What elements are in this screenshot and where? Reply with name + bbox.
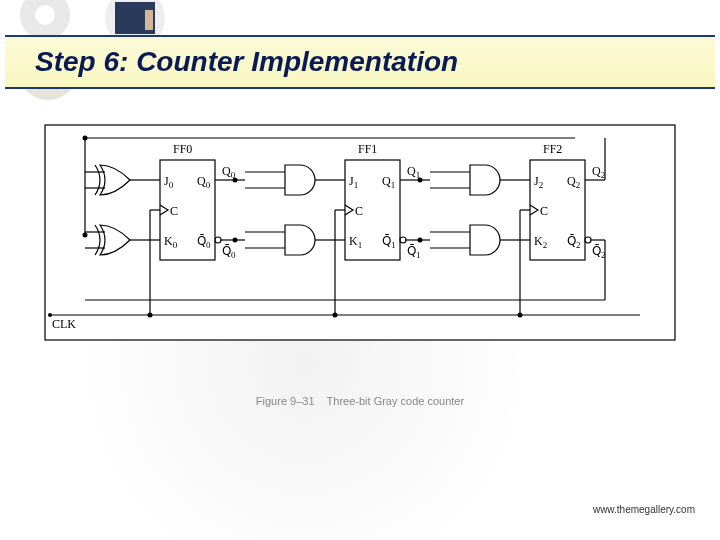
svg-text:FF0: FF0 xyxy=(173,142,192,156)
svg-point-1 xyxy=(35,5,55,25)
svg-text:C: C xyxy=(170,204,178,218)
svg-rect-6 xyxy=(145,10,153,30)
svg-point-14 xyxy=(83,233,88,238)
svg-point-32 xyxy=(215,237,221,243)
figure-desc: Three-bit Gray code counter xyxy=(327,395,465,407)
svg-point-25 xyxy=(148,313,153,318)
circuit-diagram: .l{stroke:#000;stroke-width:1.2;fill:non… xyxy=(40,120,680,360)
footer-url: www.themegallery.com xyxy=(593,504,695,515)
figure-number: Figure 9–31 xyxy=(256,395,315,407)
slide-title-bar: Step 6: Counter Implementation xyxy=(5,35,715,89)
svg-point-60 xyxy=(418,238,423,243)
svg-text:C: C xyxy=(355,204,363,218)
slide-title: Step 6: Counter Implementation xyxy=(35,46,458,78)
svg-text:FF1: FF1 xyxy=(358,142,377,156)
svg-point-71 xyxy=(518,313,523,318)
svg-point-11 xyxy=(48,313,52,317)
svg-text:C: C xyxy=(540,204,548,218)
figure-caption: Figure 9–31 Three-bit Gray code counter xyxy=(0,395,720,407)
svg-point-37 xyxy=(233,238,238,243)
clk-label: CLK xyxy=(52,317,76,331)
svg-point-55 xyxy=(400,237,406,243)
svg-point-78 xyxy=(585,237,591,243)
svg-point-48 xyxy=(333,313,338,318)
svg-text:FF2: FF2 xyxy=(543,142,562,156)
